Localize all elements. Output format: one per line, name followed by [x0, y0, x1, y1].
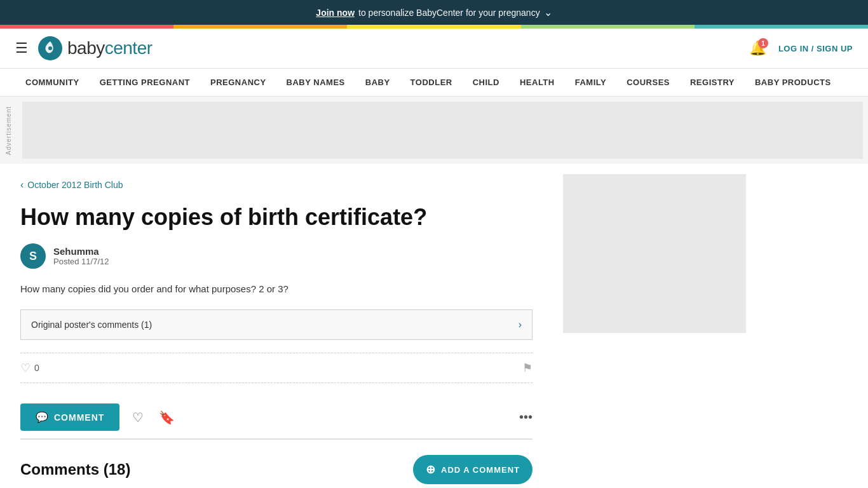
header: ☰ babycenter 🔔 1 LOG IN / SIGN UP	[0, 29, 868, 69]
author-avatar: S	[20, 243, 46, 269]
top-banner: Join now to personalize BabyCenter for y…	[0, 0, 868, 25]
breadcrumb: ‹ October 2012 Birth Club	[20, 179, 532, 191]
join-link[interactable]: Join now	[316, 8, 355, 18]
comment-button[interactable]: 💬 COMMENT	[20, 403, 119, 431]
action-buttons-row: 💬 COMMENT ♡ 🔖 •••	[20, 396, 532, 440]
breadcrumb-link[interactable]: October 2012 Birth Club	[27, 180, 123, 190]
header-right: 🔔 1 LOG IN / SIGN UP	[748, 38, 853, 58]
bookmark-button[interactable]: 🔖	[156, 407, 177, 428]
add-comment-label: ADD A COMMENT	[441, 465, 520, 475]
nav-item-registry[interactable]: REGISTRY	[680, 69, 745, 96]
author-date: Posted 11/7/12	[53, 257, 109, 266]
svg-point-1	[48, 46, 52, 50]
notification-badge: 1	[758, 38, 768, 48]
collapsible-poster-comments[interactable]: Original poster's comments (1) ›	[20, 309, 532, 340]
nav-item-baby-names[interactable]: BABY NAMES	[276, 69, 355, 96]
header-left: ☰ babycenter	[15, 36, 153, 60]
flag-icon[interactable]: ⚑	[522, 361, 532, 375]
nav-item-toddler[interactable]: TODDLER	[400, 69, 463, 96]
nav-item-baby[interactable]: BABY	[355, 69, 400, 96]
post-body: How many copies did you order and for wh…	[20, 281, 532, 297]
nav-item-courses[interactable]: COURSES	[616, 69, 680, 96]
ad-placeholder	[22, 102, 863, 159]
author-name[interactable]: Sehumma	[53, 246, 109, 257]
posted-label: Posted	[53, 257, 79, 266]
nav-item-family[interactable]: FAMILY	[565, 69, 616, 96]
author-info: Sehumma Posted 11/7/12	[53, 246, 109, 266]
likes-count: 0	[34, 363, 39, 373]
notification-bell[interactable]: 🔔 1	[748, 38, 768, 58]
nav-item-baby-products[interactable]: BABY PRODUCTS	[745, 69, 841, 96]
comments-header: Comments (18) ⊕ ADD A COMMENT	[20, 455, 532, 484]
author-section: S Sehumma Posted 11/7/12	[20, 243, 532, 269]
main-nav: COMMUNITY GETTING PREGNANT PREGNANCY BAB…	[0, 69, 868, 97]
more-options-button[interactable]: •••	[519, 410, 532, 424]
collapsible-label: Original poster's comments (1)	[31, 320, 152, 330]
nav-item-child[interactable]: CHILD	[463, 69, 510, 96]
logo-text: babycenter	[67, 38, 153, 58]
post-date: 11/7/12	[81, 257, 109, 266]
hamburger-menu[interactable]: ☰	[15, 40, 28, 57]
heart-icon[interactable]: ♡	[20, 361, 31, 375]
nav-item-community[interactable]: COMMUNITY	[15, 69, 90, 96]
ad-label: Advertisement	[0, 106, 17, 155]
nav-item-getting-pregnant[interactable]: GETTING PREGNANT	[90, 69, 200, 96]
comment-icon: 💬	[36, 411, 49, 423]
nav-item-pregnancy[interactable]: PREGNANCY	[200, 69, 276, 96]
breadcrumb-chevron: ‹	[20, 179, 24, 191]
comments-title: Comments (18)	[20, 461, 130, 478]
like-button[interactable]: ♡	[130, 407, 146, 428]
collapsible-arrow-icon: ›	[519, 319, 522, 330]
banner-text: to personalize BabyCenter for your pregn…	[358, 8, 540, 18]
main-layout: ‹ October 2012 Birth Club How many copie…	[0, 164, 868, 488]
add-comment-button[interactable]: ⊕ ADD A COMMENT	[413, 455, 532, 484]
actions-row: ♡ 0 ⚑	[20, 353, 532, 383]
ad-section: Advertisement	[0, 97, 868, 164]
likes-section: ♡ 0	[20, 361, 39, 375]
logo[interactable]: babycenter	[38, 36, 153, 60]
add-comment-plus-icon: ⊕	[426, 463, 436, 477]
content-area: ‹ October 2012 Birth Club How many copie…	[0, 164, 553, 488]
sidebar-ad	[563, 174, 746, 333]
logo-icon	[38, 36, 62, 60]
comment-btn-label: COMMENT	[54, 412, 104, 423]
sidebar	[553, 164, 756, 488]
nav-item-health[interactable]: HEALTH	[510, 69, 565, 96]
banner-chevron[interactable]: ⌄	[544, 6, 552, 18]
login-button[interactable]: LOG IN / SIGN UP	[778, 44, 853, 53]
article-title: How many copies of birth certificate?	[20, 203, 532, 231]
